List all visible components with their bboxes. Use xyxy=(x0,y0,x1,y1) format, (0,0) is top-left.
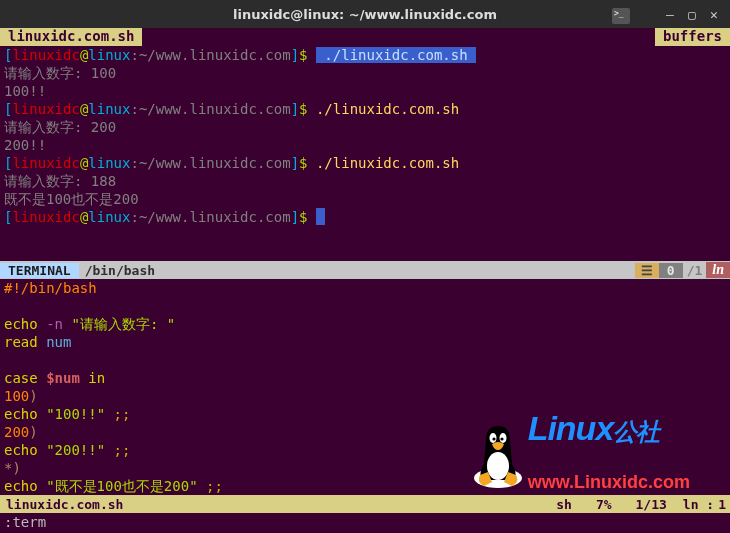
terminal-statusline: TERMINAL /bin/bash ☰ 0 /1 ln xyxy=(0,261,730,279)
buffers-indicator[interactable]: buffers xyxy=(655,28,730,46)
status-ln-label: ln xyxy=(706,262,730,278)
svg-point-4 xyxy=(492,437,495,440)
terminal-app-icon: >_ xyxy=(612,8,630,24)
terminal-pane[interactable]: [linuxidc@linux:~/www.linuxidc.com]$ ./l… xyxy=(0,46,730,261)
tux-icon xyxy=(468,420,528,490)
status-file: /bin/bash xyxy=(79,263,161,278)
status-buffer-num: 0 xyxy=(659,263,683,278)
logo-brand: Linux公社 xyxy=(528,419,690,441)
svg-point-5 xyxy=(500,437,503,440)
svg-point-1 xyxy=(487,452,509,480)
logo-url: www.Linuxidc.com xyxy=(528,473,690,491)
editor-pane[interactable]: #!/bin/bash echo -n "请输入数字: "read num ca… xyxy=(0,279,730,495)
mode-indicator: TERMINAL xyxy=(0,263,79,278)
watermark-logo: Linux公社 www.Linuxidc.com xyxy=(468,383,690,527)
status-buffer-total: /1 xyxy=(683,263,707,278)
window-title: linuxidc@linux: ~/www.linuxidc.com xyxy=(233,7,497,22)
buffer-tab-active[interactable]: linuxidc.com.sh xyxy=(0,28,142,46)
vim-bufferline: linuxidc.com.sh buffers xyxy=(0,28,730,46)
window-titlebar: linuxidc@linux: ~/www.linuxidc.com >_ — … xyxy=(0,0,730,28)
minimize-button[interactable]: — xyxy=(660,4,680,24)
hamburger-icon: ☰ xyxy=(635,263,659,278)
maximize-button[interactable]: ▢ xyxy=(682,4,702,24)
close-button[interactable]: ✕ xyxy=(704,4,724,24)
